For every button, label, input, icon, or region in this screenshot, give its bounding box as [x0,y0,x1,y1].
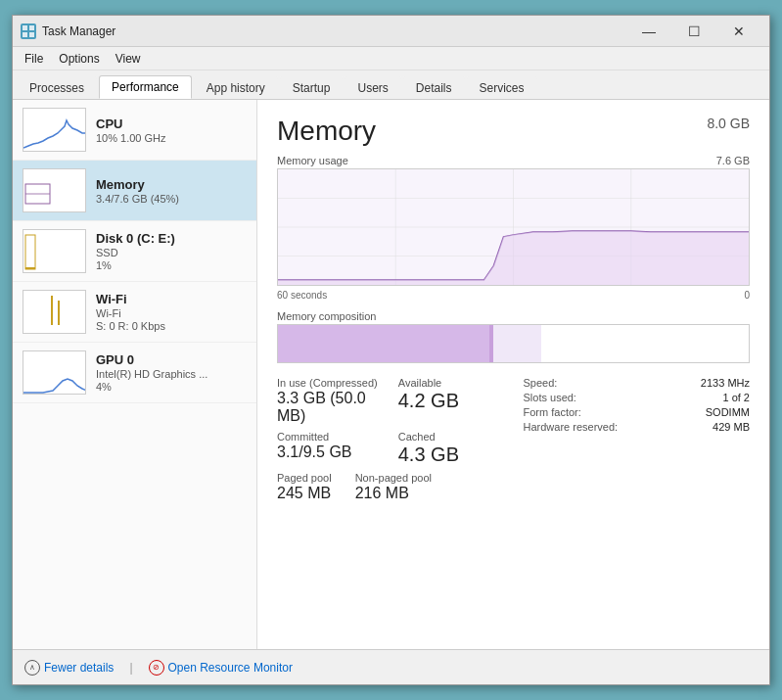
pool-stats: Paged pool 245 MB Non-paged pool 216 MB [277,472,504,502]
disk-info: Disk 0 (C: E:) SSD 1% [96,231,247,271]
wifi-type: Wi-Fi [96,307,247,319]
stat-committed: Committed 3.1/9.5 GB [277,431,383,466]
main-panel: Memory 8.0 GB Memory usage 7.6 GB [257,100,769,649]
memory-usage: 3.4/7.6 GB (45%) [96,193,247,205]
tab-performance[interactable]: Performance [99,75,192,99]
sidebar: CPU 10% 1.00 GHz Memory 3.4/7.6 GB (45%) [13,100,257,649]
fewer-details-icon: ∧ [24,660,40,676]
menu-options[interactable]: Options [51,50,107,68]
menu-file[interactable]: File [17,50,51,68]
task-manager-window: Task Manager — ☐ ✕ File Options View Pro… [12,15,770,685]
memory-name: Memory [96,177,247,192]
footer-divider: | [129,661,132,675]
page-title: Memory [277,116,376,147]
disk-type: SSD [96,247,247,258]
stat-cached: Cached 4.3 GB [398,431,504,466]
cpu-info: CPU 10% 1.00 GHz [96,117,247,144]
sidebar-item-memory[interactable]: Memory 3.4/7.6 GB (45%) [13,161,256,221]
tab-startup[interactable]: Startup [280,76,344,99]
stats-container: In use (Compressed) 3.3 GB (50.0 MB) Ava… [277,377,750,502]
comp-standby [493,325,540,362]
svg-rect-2 [23,32,27,37]
sidebar-item-wifi[interactable]: Wi-Fi Wi-Fi S: 0 R: 0 Kbps [13,282,256,343]
svg-marker-16 [278,231,749,285]
wifi-thumbnail [23,290,86,334]
svg-rect-9 [58,301,60,325]
content-area: CPU 10% 1.00 GHz Memory 3.4/7.6 GB (45%) [13,100,769,649]
svg-rect-3 [29,32,34,37]
memory-info: Memory 3.4/7.6 GB (45%) [96,177,247,205]
menu-view[interactable]: View [108,50,149,68]
resource-monitor-icon: ⊘ [149,660,164,676]
comp-free [541,325,749,362]
sidebar-item-disk[interactable]: Disk 0 (C: E:) SSD 1% [13,221,256,282]
cpu-name: CPU [96,117,247,131]
tabs-bar: Processes Performance App history Startu… [13,70,769,100]
gpu-thumbnail [23,350,86,395]
stat-nonpaged: Non-paged pool 216 MB [355,472,432,502]
memory-usage-chart [277,168,750,286]
gpu-info: GPU 0 Intel(R) HD Graphics ... 4% [96,352,247,393]
stats-left: In use (Compressed) 3.3 GB (50.0 MB) Ava… [277,377,504,502]
tab-users[interactable]: Users [345,76,400,99]
usage-chart-label: Memory usage 7.6 GB [277,155,750,166]
stats-right-panel: Speed: 2133 MHz Slots used: 1 of 2 Form … [524,377,751,502]
footer-bar: ∧ Fewer details | ⊘ Open Resource Monito… [13,649,769,684]
stats-grid-top: In use (Compressed) 3.3 GB (50.0 MB) Ava… [277,377,504,425]
cpu-thumbnail [23,108,86,152]
wifi-info: Wi-Fi Wi-Fi S: 0 R: 0 Kbps [96,292,247,332]
gpu-name: GPU 0 [96,352,247,367]
fewer-details-link[interactable]: ∧ Fewer details [24,660,114,676]
tab-processes[interactable]: Processes [17,76,97,99]
tab-details[interactable]: Details [403,76,465,99]
tab-app-history[interactable]: App history [194,76,278,99]
memory-composition-chart [277,324,750,363]
title-bar: Task Manager — ☐ ✕ [13,16,769,47]
svg-rect-1 [29,25,34,30]
sidebar-item-cpu[interactable]: CPU 10% 1.00 GHz [13,100,256,161]
svg-rect-0 [23,25,27,30]
window-controls: — ☐ ✕ [626,16,761,47]
window-title: Task Manager [42,24,626,38]
close-button[interactable]: ✕ [716,16,761,47]
resource-monitor-link[interactable]: ⊘ Open Resource Monitor [149,660,293,676]
stats-grid-mid: Committed 3.1/9.5 GB Cached 4.3 GB [277,431,504,466]
svg-rect-8 [51,296,53,325]
memory-thumbnail [23,168,86,212]
wifi-name: Wi-Fi [96,292,247,306]
stat-paged: Paged pool 245 MB [277,472,332,502]
cpu-usage: 10% 1.00 GHz [96,132,247,144]
svg-rect-6 [25,235,35,269]
gpu-type: Intel(R) HD Graphics ... [96,368,247,380]
app-icon [21,23,36,39]
disk-name: Disk 0 (C: E:) [96,231,247,246]
gpu-usage: 4% [96,381,247,393]
disk-usage: 1% [96,259,247,271]
chart-time-labels: 60 seconds 0 [277,290,750,301]
maximize-button[interactable]: ☐ [671,16,716,47]
main-header: Memory 8.0 GB [277,116,750,147]
svg-rect-7 [25,267,35,269]
sidebar-item-gpu[interactable]: GPU 0 Intel(R) HD Graphics ... 4% [13,343,256,403]
memory-total: 8.0 GB [707,116,750,131]
disk-thumbnail [23,229,86,273]
menu-bar: File Options View [13,47,769,70]
comp-in-use [278,325,489,362]
wifi-speed: S: 0 R: 0 Kbps [96,320,247,332]
composition-label: Memory composition [277,310,750,322]
stat-in-use: In use (Compressed) 3.3 GB (50.0 MB) [277,377,383,425]
stat-available: Available 4.2 GB [398,377,504,425]
tab-services[interactable]: Services [467,76,537,99]
minimize-button[interactable]: — [626,16,671,47]
